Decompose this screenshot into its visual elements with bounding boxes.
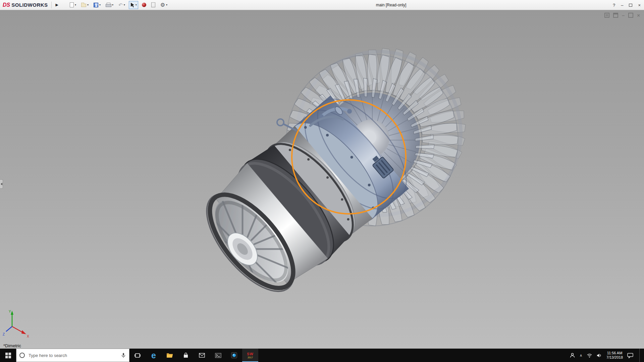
taskbar-app-store[interactable] bbox=[178, 349, 194, 362]
clock-time: 11:56 AM bbox=[606, 351, 623, 355]
solidworks-window: DS SOLIDWORKS ▶ ▾ ▾ ▾ ▾ ↶ ▾ bbox=[0, 0, 644, 362]
drawing-sheet-icon bbox=[151, 2, 155, 7]
windows-logo-icon bbox=[5, 353, 11, 358]
drawing-sheet-button[interactable] bbox=[150, 1, 157, 9]
options-button[interactable]: ⚙ ▾ bbox=[159, 1, 169, 9]
clock-date: 7/13/2018 bbox=[606, 355, 623, 360]
doc-close-icon[interactable]: × bbox=[637, 13, 640, 18]
chevron-down-icon[interactable]: ▾ bbox=[87, 3, 89, 6]
appearance-sphere-icon bbox=[142, 3, 146, 7]
chevron-down-icon[interactable]: ▾ bbox=[112, 3, 113, 6]
taskbar-search-box[interactable] bbox=[16, 349, 129, 362]
microphone-icon[interactable] bbox=[121, 353, 126, 358]
taskbar-app-console[interactable] bbox=[210, 349, 226, 362]
print-button[interactable]: ▾ bbox=[104, 1, 115, 9]
taskbar-clock[interactable]: 11:56 AM 7/13/2018 bbox=[606, 351, 623, 360]
hidden-icons-chevron[interactable]: ∧ bbox=[580, 353, 582, 358]
people-icon[interactable] bbox=[570, 353, 575, 358]
orientation-triad: Y X Z bbox=[2, 308, 36, 340]
show-desktop-button[interactable] bbox=[639, 349, 641, 362]
doc-minimize-icon[interactable]: – bbox=[622, 13, 625, 18]
taskbar-app-viewer[interactable] bbox=[226, 349, 242, 362]
svg-text:Y: Y bbox=[9, 310, 11, 313]
document-window-controls: – × bbox=[604, 13, 640, 18]
window-controls: ? – × bbox=[613, 0, 641, 10]
cortana-icon[interactable] bbox=[19, 353, 25, 358]
svg-text:Z: Z bbox=[3, 333, 5, 336]
svg-text:X: X bbox=[27, 335, 29, 338]
speaker-icon[interactable] bbox=[597, 353, 602, 358]
taskbar-app-edge[interactable]: e bbox=[146, 349, 162, 362]
select-tool-button[interactable]: ▾ bbox=[129, 1, 138, 9]
chevron-down-icon[interactable]: ▾ bbox=[136, 3, 137, 6]
titlebar: DS SOLIDWORKS ▶ ▾ ▾ ▾ ▾ ↶ ▾ bbox=[0, 0, 644, 10]
taskbar-app-solidworks-2017[interactable]: SW 2017 bbox=[242, 349, 258, 362]
open-folder-icon bbox=[81, 4, 86, 7]
minimize-button[interactable]: – bbox=[621, 3, 623, 8]
close-button[interactable]: × bbox=[638, 3, 641, 8]
console-icon bbox=[215, 353, 221, 358]
solidworks-2017-icon: SW 2017 bbox=[247, 352, 254, 359]
taskbar-app-file-explorer[interactable] bbox=[162, 349, 178, 362]
doc-restore-icon[interactable] bbox=[628, 13, 633, 18]
select-cursor-icon bbox=[130, 2, 135, 8]
help-icon[interactable]: ? bbox=[613, 3, 615, 8]
document-title: main [Read-only] bbox=[376, 0, 407, 10]
file-explorer-icon bbox=[166, 353, 173, 358]
taskbar-app-mail[interactable] bbox=[194, 349, 210, 362]
chevron-down-icon[interactable]: ▾ bbox=[124, 3, 125, 6]
restore-button[interactable] bbox=[629, 4, 632, 7]
wifi-icon[interactable] bbox=[587, 353, 592, 358]
edge-icon: e bbox=[151, 351, 156, 360]
windows-taskbar: e bbox=[0, 349, 644, 362]
graphics-area[interactable]: – × Y X Z *Dimetric bbox=[0, 10, 644, 349]
store-bag-icon bbox=[183, 353, 189, 358]
x-axis-arrow bbox=[21, 330, 26, 334]
new-document-button[interactable]: ▾ bbox=[68, 1, 77, 9]
separator bbox=[51, 2, 52, 8]
chevron-left-icon bbox=[1, 183, 2, 185]
ds-logo: DS bbox=[3, 2, 10, 8]
gear-icon: ⚙ bbox=[160, 2, 165, 8]
y-axis-arrow bbox=[11, 311, 13, 315]
start-button[interactable] bbox=[0, 349, 16, 362]
solidworks-logo: DS SOLIDWORKS bbox=[3, 2, 48, 8]
featuremanager-collapse-tab[interactable] bbox=[0, 179, 3, 189]
system-tray: ∧ 11:56 AM 7/13/2018 bbox=[570, 349, 644, 362]
task-view-icon bbox=[135, 353, 141, 358]
search-input[interactable] bbox=[28, 353, 118, 358]
action-center-icon[interactable] bbox=[627, 353, 634, 358]
print-icon bbox=[106, 3, 111, 7]
appearance-button[interactable] bbox=[141, 1, 148, 9]
undo-button[interactable]: ↶ ▾ bbox=[117, 1, 126, 9]
menu-expand-button[interactable]: ▶ bbox=[54, 2, 60, 8]
quick-access-toolbar: ▾ ▾ ▾ ▾ ↶ ▾ ▾ bbox=[68, 1, 169, 9]
chevron-down-icon[interactable]: ▾ bbox=[75, 3, 76, 6]
task-view-button[interactable] bbox=[129, 349, 146, 362]
view-orientation-label: *Dimetric bbox=[3, 343, 21, 348]
chevron-down-icon[interactable]: ▾ bbox=[166, 3, 167, 6]
save-button[interactable]: ▾ bbox=[92, 1, 102, 9]
open-button[interactable]: ▾ bbox=[80, 1, 90, 9]
engine-model-3d-view[interactable] bbox=[0, 10, 644, 349]
chevron-down-icon[interactable]: ▾ bbox=[99, 3, 101, 6]
mail-envelope-icon bbox=[199, 353, 205, 358]
blue-logo-app-icon bbox=[231, 352, 237, 358]
new-document-icon bbox=[70, 2, 74, 7]
solidworks-wordmark: SOLIDWORKS bbox=[11, 2, 48, 8]
undo-icon: ↶ bbox=[118, 2, 123, 7]
engine-model bbox=[185, 48, 466, 306]
viewport-split-icon[interactable] bbox=[613, 13, 618, 18]
viewport-pane-icon[interactable] bbox=[604, 13, 609, 18]
save-icon bbox=[94, 3, 98, 7]
